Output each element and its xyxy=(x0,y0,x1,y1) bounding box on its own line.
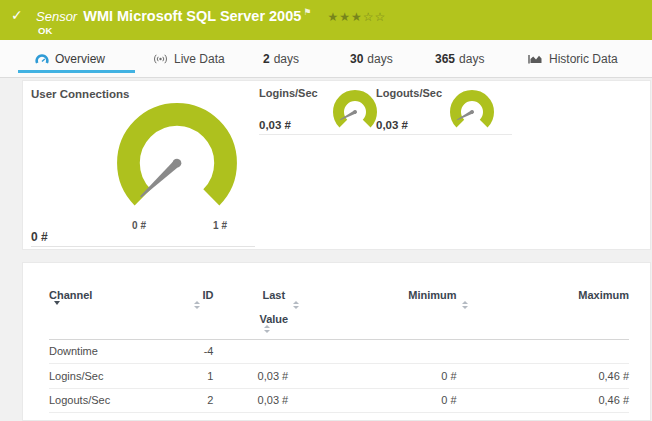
sensor-overview-page: ✓ SensorWMI Microsoft SQL Server 2005⚑★★… xyxy=(0,0,652,421)
column-header-channel[interactable]: Channel xyxy=(49,289,189,305)
channel-table-panel: Channel ID LastValue Minimum Maximum Dow… xyxy=(22,262,651,421)
cell-channel: Downtime xyxy=(49,345,189,357)
gauge-needle xyxy=(138,157,183,200)
logouts-gauge-tile: Logouts/Sec 0,03 # xyxy=(376,85,512,135)
tab-30-days[interactable]: 30 days xyxy=(350,40,393,77)
area-chart-icon xyxy=(528,53,543,65)
user-connections-gauge xyxy=(115,101,239,225)
column-header-last-value[interactable]: LastValue xyxy=(213,289,288,333)
logins-gauge-tile: Logins/Sec 0,03 # xyxy=(259,85,395,135)
main-gauge-divider xyxy=(31,246,255,247)
tab-historic-data-label: Historic Data xyxy=(549,52,618,66)
tab-bar: Overview Live Data 2 days 30 days 365 da… xyxy=(0,40,652,78)
cell-channel: Logins/Sec xyxy=(49,370,189,382)
main-gauge-scale-max: 1 # xyxy=(203,220,237,231)
cell-maximum: 0,46 # xyxy=(457,370,629,382)
stars-empty: ☆☆ xyxy=(363,10,387,24)
column-header-maximum[interactable]: Maximum xyxy=(457,289,629,309)
cell-last-value: 0,03 # xyxy=(213,370,288,382)
logouts-gauge xyxy=(450,90,494,134)
logins-gauge-title: Logins/Sec xyxy=(259,87,318,99)
tab-365-days-label: days xyxy=(459,52,484,66)
logins-gauge xyxy=(333,90,377,134)
main-gauge-scale-min: 0 # xyxy=(122,220,156,231)
status-ok-check-icon: ✓ xyxy=(11,7,23,23)
cell-maximum: 0,46 # xyxy=(457,394,629,406)
logouts-gauge-title: Logouts/Sec xyxy=(376,87,442,99)
table-row-downtime[interactable]: Downtime -4 xyxy=(49,340,629,365)
tab-2-days-label: days xyxy=(274,52,299,66)
cell-minimum: 0 # xyxy=(288,370,456,382)
priority-star-rating[interactable]: ★★★☆☆ xyxy=(327,10,386,24)
table-row-logouts-sec[interactable]: Logouts/Sec 2 0,03 # 0 # 0,46 # xyxy=(49,389,629,414)
logins-gauge-value: 0,03 # xyxy=(259,119,291,131)
gauges-panel: User Connections 0 # 1 # 0 # Logins/Sec … xyxy=(22,80,651,250)
cell-id: 1 xyxy=(189,370,214,382)
sort-desc-icon xyxy=(54,301,60,305)
sort-icon xyxy=(462,301,629,309)
main-gauge-value: 0 # xyxy=(31,230,48,244)
column-header-minimum[interactable]: Minimum xyxy=(288,289,456,309)
sort-icon xyxy=(194,301,214,309)
sensor-title-row: SensorWMI Microsoft SQL Server 2005⚑★★★☆… xyxy=(36,7,386,25)
table-row-user-connections[interactable]: User Connections 0 0 # 0 # 1 # xyxy=(49,413,629,421)
active-tab-indicator xyxy=(18,70,135,73)
logouts-gauge-value: 0,03 # xyxy=(376,119,408,131)
tab-365-days[interactable]: 365 days xyxy=(435,40,484,77)
sensor-status-text: OK xyxy=(38,25,52,36)
cell-id: 2 xyxy=(189,394,214,406)
tab-historic-data[interactable]: Historic Data xyxy=(528,40,618,77)
tab-30-days-label: days xyxy=(367,52,392,66)
main-gauge-title: User Connections xyxy=(31,88,129,100)
channel-table-header: Channel ID LastValue Minimum Maximum xyxy=(49,289,629,340)
tab-365-days-number: 365 xyxy=(435,52,455,66)
sort-icon xyxy=(293,301,456,309)
cell-last-value: 0,03 # xyxy=(213,394,288,406)
cell-channel: Logouts/Sec xyxy=(49,394,189,406)
column-header-id[interactable]: ID xyxy=(189,289,214,309)
cell-id: -4 xyxy=(189,345,214,357)
tab-live-data-label: Live Data xyxy=(174,52,225,66)
broadcast-icon xyxy=(153,53,168,65)
tab-overview-label: Overview xyxy=(55,52,105,66)
sort-icon xyxy=(264,325,288,333)
tab-live-data[interactable]: Live Data xyxy=(153,40,225,77)
stars-filled: ★★★ xyxy=(327,10,362,24)
tab-30-days-number: 30 xyxy=(350,52,363,66)
tab-2-days-number: 2 xyxy=(263,52,270,66)
priority-flag-icon[interactable]: ⚑ xyxy=(303,7,311,17)
table-row-logins-sec[interactable]: Logins/Sec 1 0,03 # 0 # 0,46 # xyxy=(49,364,629,389)
channel-table: Channel ID LastValue Minimum Maximum Dow… xyxy=(23,263,650,421)
gauge-icon xyxy=(35,53,49,65)
sensor-header-bar: ✓ SensorWMI Microsoft SQL Server 2005⚑★★… xyxy=(0,0,652,40)
cell-minimum: 0 # xyxy=(288,394,456,406)
tab-2-days[interactable]: 2 days xyxy=(263,40,299,77)
sensor-kind-label: Sensor xyxy=(36,9,77,24)
sensor-title: WMI Microsoft SQL Server 2005 xyxy=(83,8,301,24)
